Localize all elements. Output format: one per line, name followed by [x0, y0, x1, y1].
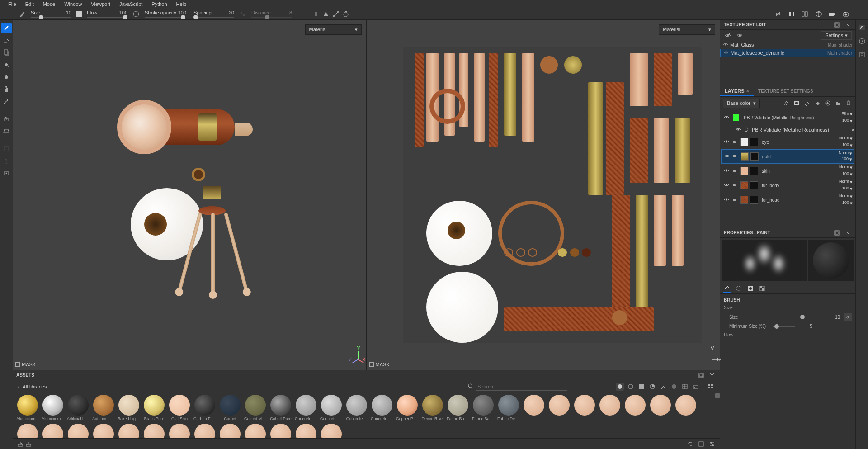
layer-row[interactable]: fur_headNorm ▾100 ▾	[721, 193, 854, 207]
filter-smart-mask-icon[interactable]	[637, 383, 646, 391]
asset-item[interactable]: Baked Ligh...	[118, 395, 140, 421]
visibility-all-icon[interactable]	[724, 31, 732, 39]
prop-size-slider[interactable]	[773, 317, 823, 317]
asset-item[interactable]: Denim Rivet	[421, 395, 444, 421]
asset-item[interactable]	[67, 424, 90, 438]
export-icon[interactable]	[1, 156, 12, 166]
asset-item[interactable]: Aluminium...	[16, 395, 39, 421]
effects-icon[interactable]	[782, 99, 790, 107]
brush-picker-icon[interactable]	[18, 10, 26, 18]
asset-item[interactable]	[649, 395, 672, 421]
props-tab-stencil-icon[interactable]	[746, 284, 755, 293]
layer-opacity[interactable]: 100 ▾	[842, 142, 853, 148]
filter-environment-icon[interactable]	[692, 383, 700, 391]
folder-icon[interactable]	[732, 197, 738, 203]
menu-help[interactable]: Help	[172, 1, 191, 7]
add-fill-layer-icon[interactable]	[813, 99, 821, 107]
viewport-3d[interactable]: Material ▾	[13, 20, 366, 370]
tab-texture-set-settings[interactable]: TEXTURE SET SETTINGS	[754, 87, 818, 95]
asset-item[interactable]	[523, 395, 545, 421]
tab-close-icon[interactable]: ×	[746, 88, 749, 94]
filter-texture-icon[interactable]	[681, 383, 689, 391]
asset-item[interactable]	[320, 424, 343, 438]
texture-set-settings-dropdown[interactable]: Settings ▾	[821, 31, 852, 40]
visibility-icon[interactable]	[736, 31, 744, 39]
layer-visibility-icon[interactable]	[723, 139, 730, 145]
tab-layers[interactable]: LAYERS×	[720, 86, 754, 96]
layer-mask-thumbnail[interactable]	[750, 196, 758, 204]
asset-item[interactable]	[42, 424, 64, 438]
layer-row[interactable]: PBR Validate (Metallic Roughness)Pthr ▾1…	[721, 110, 854, 125]
asset-item[interactable]: Aluminium...	[42, 395, 64, 421]
filter-filter-icon[interactable]	[648, 383, 656, 391]
stroke-opacity-slider[interactable]: Stroke opacity100	[145, 10, 186, 18]
layer-visibility-icon[interactable]	[736, 127, 741, 133]
viewport-2d-mode-dropdown[interactable]: Material ▾	[659, 24, 715, 35]
visibility-icon[interactable]	[723, 42, 728, 48]
layer-opacity[interactable]: 100 ▾	[842, 118, 853, 124]
clone-tool[interactable]	[1, 84, 12, 95]
layer-row[interactable]: skinNorm ▾100 ▾	[721, 164, 854, 178]
asset-item[interactable]: Fabric Bam...	[447, 395, 469, 421]
asset-item[interactable]: Fabric Bas...	[472, 395, 495, 421]
asset-item[interactable]: Concrete S...	[371, 395, 393, 421]
panel-popout-icon[interactable]	[833, 21, 841, 29]
asset-item[interactable]	[16, 424, 39, 438]
asset-item[interactable]	[548, 395, 571, 421]
prop-size-lock-icon[interactable]	[844, 313, 852, 321]
size-slider[interactable]: Size10	[31, 10, 71, 18]
layer-blend-mode[interactable]: Norm ▾	[839, 194, 853, 199]
list-view-icon[interactable]	[697, 440, 705, 448]
asset-item[interactable]: Artificial Le...	[67, 395, 90, 421]
prop-min-size-value[interactable]: 5	[799, 324, 812, 329]
viewport-2d[interactable]: Material ▾	[366, 20, 720, 370]
flow-slider[interactable]: Flow100	[87, 10, 127, 18]
folder-icon[interactable]	[732, 139, 738, 145]
menu-edit[interactable]: Edit	[21, 1, 38, 7]
layer-mask-thumbnail[interactable]	[750, 138, 758, 146]
menu-mode[interactable]: Mode	[38, 1, 60, 7]
layer-row[interactable]: eyeNorm ▾100 ▾	[721, 135, 854, 149]
visibility-icon[interactable]	[723, 50, 729, 56]
asset-item[interactable]	[143, 424, 165, 438]
asset-item[interactable]: Copper Pure	[396, 395, 419, 421]
dock-log-icon[interactable]	[857, 50, 867, 60]
effect-close-icon[interactable]: ×	[852, 127, 854, 132]
fill-tool[interactable]	[1, 59, 12, 70]
asset-item[interactable]	[573, 395, 596, 421]
distance-slider[interactable]: Distance8	[251, 10, 292, 18]
asset-item[interactable]	[219, 424, 241, 438]
panel-popout-icon[interactable]	[697, 371, 705, 379]
layer-row[interactable]: goldNorm ▾100 ▾	[721, 149, 854, 164]
dock-substance-icon[interactable]	[857, 23, 867, 33]
hide-ui-icon[interactable]	[774, 10, 782, 18]
all-libraries-link[interactable]: All libraries	[23, 384, 47, 389]
stopwatch-icon[interactable]	[342, 10, 350, 18]
asset-item[interactable]	[295, 424, 317, 438]
spacing-slider[interactable]: Spacing20	[193, 10, 234, 18]
add-asset-icon[interactable]	[24, 440, 33, 448]
asset-item[interactable]: Autumn Le...	[92, 395, 115, 421]
layer-visibility-icon[interactable]	[723, 153, 731, 160]
view-grid-icon[interactable]	[707, 383, 715, 391]
pause-icon[interactable]	[788, 10, 796, 18]
filter-material-icon[interactable]	[616, 383, 624, 391]
asset-item[interactable]: Concrete C...	[320, 395, 343, 421]
paint-tool[interactable]	[1, 23, 12, 33]
layer-blend-mode[interactable]: Norm ▾	[839, 179, 853, 185]
delete-layer-icon[interactable]	[844, 99, 853, 107]
panel-popout-icon[interactable]	[833, 229, 841, 237]
asset-item[interactable]	[624, 395, 646, 421]
resource-icon[interactable]	[1, 143, 12, 154]
asset-item[interactable]: Calf Skin	[168, 395, 191, 421]
asset-item[interactable]	[675, 395, 697, 421]
add-paint-layer-icon[interactable]	[803, 99, 811, 107]
bake-icon[interactable]	[1, 168, 12, 179]
props-tab-alpha-icon[interactable]	[735, 284, 743, 293]
layer-opacity[interactable]: 100 ▾	[842, 156, 852, 162]
camera-icon[interactable]	[828, 10, 836, 18]
filter-alpha-icon[interactable]	[670, 383, 678, 391]
flow-preview-icon[interactable]	[76, 11, 82, 17]
projection-tool[interactable]	[1, 47, 12, 58]
menu-python[interactable]: Python	[147, 1, 171, 7]
